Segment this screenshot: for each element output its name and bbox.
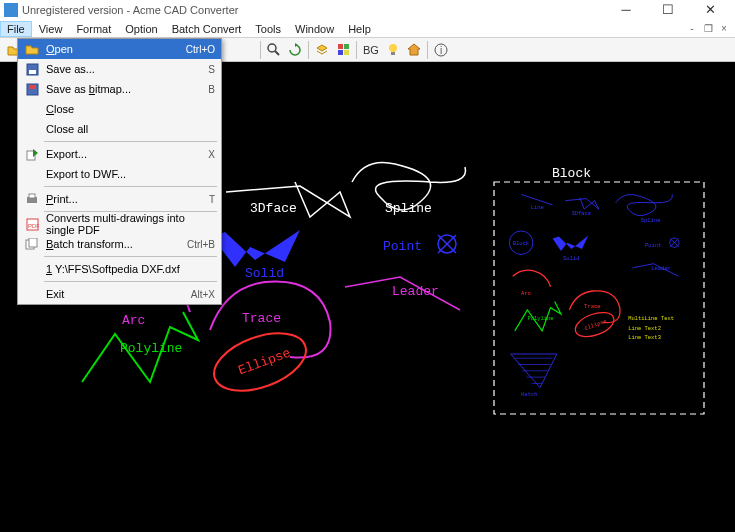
print-icon bbox=[22, 193, 42, 206]
menu-item-export[interactable]: Export... X bbox=[18, 144, 221, 164]
svg-text:Solid: Solid bbox=[563, 255, 579, 262]
menu-item-export-dwf[interactable]: Export to DWF... bbox=[18, 164, 221, 184]
svg-text:Polyline: Polyline bbox=[527, 315, 553, 322]
refresh-icon[interactable] bbox=[285, 40, 305, 60]
menu-format[interactable]: Format bbox=[69, 21, 118, 37]
label-spline: Spline bbox=[385, 201, 432, 216]
svg-point-4 bbox=[268, 44, 276, 52]
menu-item-close[interactable]: Close bbox=[18, 99, 221, 119]
menu-help[interactable]: Help bbox=[341, 21, 378, 37]
bg-button[interactable]: BG bbox=[360, 43, 382, 57]
label-3dface: 3Dface bbox=[250, 201, 297, 216]
svg-text:Arc: Arc bbox=[521, 290, 531, 297]
save-icon bbox=[22, 63, 42, 76]
svg-rect-11 bbox=[391, 52, 395, 55]
menu-item-convert-pdf[interactable]: PDF Converts multi-drawings into single … bbox=[18, 214, 221, 234]
menu-option[interactable]: Option bbox=[118, 21, 164, 37]
svg-line-16 bbox=[521, 194, 553, 205]
minimize-button[interactable]: ─ bbox=[605, 0, 647, 20]
svg-text:i: i bbox=[440, 45, 442, 56]
svg-text:Leader: Leader bbox=[651, 265, 671, 272]
mdi-controls: - ❐ × bbox=[685, 23, 735, 34]
svg-text:Ellipse: Ellipse bbox=[584, 318, 608, 332]
menu-tools[interactable]: Tools bbox=[248, 21, 288, 37]
window-title: Unregistered version - Acme CAD Converte… bbox=[22, 4, 605, 16]
menu-item-exit[interactable]: Exit Alt+X bbox=[18, 284, 221, 304]
mdi-restore-icon[interactable]: ❐ bbox=[701, 23, 715, 34]
menu-item-print[interactable]: Print... T bbox=[18, 189, 221, 209]
svg-rect-7 bbox=[344, 44, 349, 49]
titlebar: Unregistered version - Acme CAD Converte… bbox=[0, 0, 735, 20]
close-button[interactable]: ✕ bbox=[689, 0, 731, 20]
label-trace: Trace bbox=[242, 311, 281, 326]
svg-line-5 bbox=[275, 51, 279, 55]
menu-item-batch-transform[interactable]: Batch transform... Ctrl+B bbox=[18, 234, 221, 254]
svg-text:Point: Point bbox=[645, 242, 661, 249]
label-solid: Solid bbox=[245, 266, 284, 281]
svg-rect-45 bbox=[29, 85, 36, 89]
label-block: Block bbox=[552, 166, 591, 181]
svg-rect-8 bbox=[338, 50, 343, 55]
svg-rect-6 bbox=[338, 44, 343, 49]
svg-text:Line Text3: Line Text3 bbox=[628, 334, 661, 341]
menu-item-recent-1[interactable]: 1 Y:\FFS\Softpedia DXF.dxf bbox=[18, 259, 221, 279]
svg-text:Spline: Spline bbox=[641, 217, 661, 224]
menu-view[interactable]: View bbox=[32, 21, 70, 37]
menu-item-open[interactable]: OOpenpen Ctrl+O bbox=[18, 39, 221, 59]
batch-icon bbox=[22, 238, 42, 251]
svg-text:3Dface: 3Dface bbox=[572, 210, 592, 217]
svg-text:PDF: PDF bbox=[28, 223, 39, 229]
label-arc: Arc bbox=[122, 313, 145, 328]
info-icon[interactable]: i bbox=[431, 40, 451, 60]
svg-text:Trace: Trace bbox=[584, 303, 600, 310]
maximize-button[interactable]: ☐ bbox=[647, 0, 689, 20]
mdi-minimize-icon[interactable]: - bbox=[685, 23, 699, 34]
svg-text:Line Text2: Line Text2 bbox=[628, 325, 661, 332]
svg-text:Line: Line bbox=[531, 204, 544, 211]
svg-rect-52 bbox=[29, 238, 37, 247]
menu-file[interactable]: File bbox=[0, 21, 32, 37]
svg-rect-9 bbox=[344, 50, 349, 55]
app-icon bbox=[4, 3, 18, 17]
svg-point-10 bbox=[389, 44, 397, 52]
layers-icon[interactable] bbox=[312, 40, 332, 60]
pdf-icon: PDF bbox=[22, 218, 42, 231]
menubar: File View Format Option Batch Convert To… bbox=[0, 20, 735, 38]
export-icon bbox=[22, 148, 42, 161]
folder-open-icon bbox=[22, 43, 42, 55]
menu-window[interactable]: Window bbox=[288, 21, 341, 37]
svg-text:Hatch: Hatch bbox=[521, 391, 537, 398]
menu-item-close-all[interactable]: Close all bbox=[18, 119, 221, 139]
block-frame bbox=[494, 182, 704, 414]
bulb-icon[interactable] bbox=[383, 40, 403, 60]
label-ellipse: Ellipse bbox=[236, 346, 292, 379]
menu-batch-convert[interactable]: Batch Convert bbox=[165, 21, 249, 37]
swatch-icon[interactable] bbox=[333, 40, 353, 60]
file-menu-dropdown: OOpenpen Ctrl+O Save as... S Save as bit… bbox=[17, 38, 222, 305]
menu-item-save-bitmap[interactable]: Save as bitmap... B bbox=[18, 79, 221, 99]
svg-text:Block: Block bbox=[513, 240, 529, 247]
menu-item-save-as[interactable]: Save as... S bbox=[18, 59, 221, 79]
label-leader: Leader bbox=[392, 284, 439, 299]
label-point: Point bbox=[383, 239, 422, 254]
mdi-close-icon[interactable]: × bbox=[717, 23, 731, 34]
home-icon[interactable] bbox=[404, 40, 424, 60]
shape-solid bbox=[212, 230, 300, 267]
label-polyline: Polyline bbox=[120, 341, 182, 356]
svg-rect-48 bbox=[29, 194, 35, 198]
svg-rect-43 bbox=[29, 70, 36, 74]
save-bitmap-icon bbox=[22, 83, 42, 96]
svg-text:MultiLine Text: MultiLine Text bbox=[628, 315, 674, 322]
find-icon[interactable] bbox=[264, 40, 284, 60]
